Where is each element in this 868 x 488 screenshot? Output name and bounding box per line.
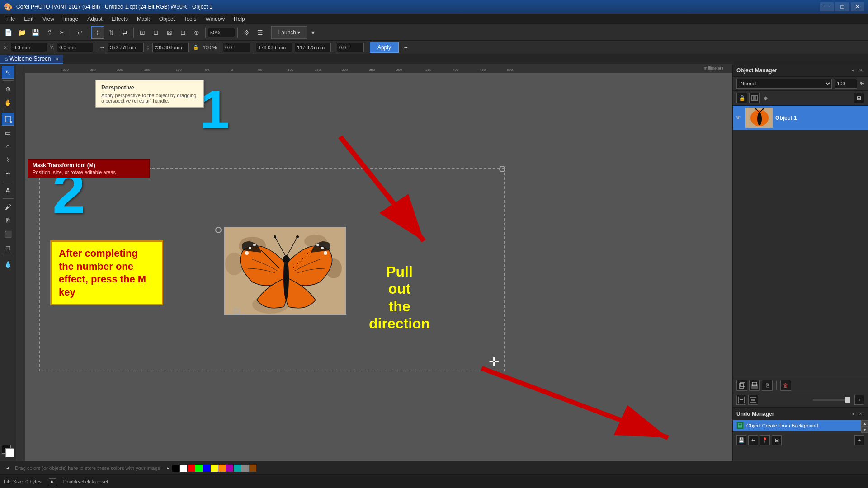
brush-tool-button[interactable]: 🖌: [2, 201, 14, 213]
rectangle-tool-button[interactable]: ▭: [2, 127, 14, 139]
merge-button[interactable]: ◆: [762, 93, 769, 103]
color-gray[interactable]: [241, 465, 249, 472]
delete-button[interactable]: 🗑: [780, 380, 791, 391]
pan-tool-button[interactable]: ✋: [2, 96, 14, 109]
lock-button[interactable]: 🔒: [736, 93, 747, 103]
object-row[interactable]: 👁 Object 1: [733, 106, 868, 130]
opacity-slider-thumb[interactable]: [845, 397, 850, 403]
duplicate-button[interactable]: ⎘: [762, 380, 773, 391]
canvas-area[interactable]: millimeters -300 -250 -200 -150 -100 -50…: [16, 64, 732, 461]
color-cyan[interactable]: [234, 465, 241, 472]
lock-aspect-button[interactable]: 🔒: [191, 41, 200, 54]
new-button[interactable]: 📄: [2, 26, 14, 39]
open-button[interactable]: 📁: [15, 26, 28, 39]
color-blue[interactable]: [203, 465, 210, 472]
close-tab-icon[interactable]: ✕: [55, 56, 59, 61]
undo-compare-button[interactable]: ⊞: [772, 435, 782, 445]
x-field[interactable]: [11, 43, 47, 52]
scroll-down-button[interactable]: ▼: [861, 427, 868, 433]
undo-save-button[interactable]: 💾: [736, 435, 746, 445]
panel-close-button[interactable]: ✕: [857, 67, 864, 74]
angle1-field[interactable]: [223, 43, 250, 52]
clone-tool-button[interactable]: ⎘: [2, 214, 14, 227]
palette-left-button[interactable]: ◂: [4, 465, 11, 472]
merge-visible-button[interactable]: [748, 395, 758, 405]
zoom-custom[interactable]: ⊡: [177, 26, 189, 39]
grid-view-button[interactable]: ⊞: [854, 93, 864, 103]
menu-tools[interactable]: Tools: [179, 15, 201, 23]
channel-button[interactable]: [749, 93, 760, 103]
zoom-field[interactable]: [208, 28, 235, 37]
from-bg-button[interactable]: [749, 380, 760, 391]
opacity-field[interactable]: [835, 79, 857, 89]
launch-button[interactable]: Launch ▾: [271, 26, 307, 39]
undo-panel-menu[interactable]: ◂: [849, 410, 856, 418]
zoom-fit-page[interactable]: ⊠: [163, 26, 176, 39]
angle2-field[interactable]: [337, 43, 364, 52]
eraser-tool-button[interactable]: ◻: [2, 241, 14, 254]
color-black[interactable]: [172, 465, 179, 472]
zoom-tool-button[interactable]: ⊕: [2, 83, 14, 95]
pen-tool-button[interactable]: ✒: [2, 167, 14, 180]
transform-handle-tr[interactable]: [499, 166, 505, 172]
undo-item[interactable]: Object Create From Background: [733, 420, 861, 431]
minimize-button[interactable]: —: [820, 2, 834, 11]
blend-mode-select[interactable]: Normal Multiply Screen Overlay: [736, 79, 832, 89]
color-purple[interactable]: [226, 465, 233, 472]
menu-help[interactable]: Help: [229, 15, 250, 23]
y-field[interactable]: [57, 43, 93, 52]
new-object-button[interactable]: [736, 380, 747, 391]
circle-tool-button[interactable]: ○: [2, 140, 14, 153]
height-field[interactable]: [152, 43, 189, 52]
add-object-bottom-button[interactable]: +: [854, 395, 864, 405]
flip-h-button[interactable]: ⇄: [118, 26, 131, 39]
apply-button[interactable]: Apply: [370, 42, 399, 53]
print-button[interactable]: 🖨: [42, 26, 55, 39]
undo-checkpoint-button[interactable]: 📍: [760, 435, 770, 445]
menu-mask[interactable]: Mask: [132, 15, 155, 23]
panel-menu-button[interactable]: ◂: [849, 67, 856, 74]
width-field[interactable]: [108, 43, 144, 52]
menu-view[interactable]: View: [38, 15, 59, 23]
color-green[interactable]: [195, 465, 203, 472]
cut-button[interactable]: ✂: [56, 26, 69, 39]
opacity-slider-track[interactable]: [813, 399, 849, 401]
zoom-to-fit[interactable]: ⊞: [136, 26, 149, 39]
menu-object[interactable]: Object: [155, 15, 179, 23]
crop-tool-button[interactable]: [2, 113, 14, 126]
color-swatch-area[interactable]: [2, 445, 14, 457]
fill-tool-button[interactable]: ⬛: [2, 228, 14, 240]
text-tool-button[interactable]: A: [2, 184, 14, 197]
undo-revert-button[interactable]: ↩: [748, 435, 758, 445]
add-button[interactable]: +: [401, 41, 410, 54]
launch-dropdown[interactable]: ▾: [308, 26, 317, 39]
zoom-fit-w[interactable]: ⊟: [150, 26, 162, 39]
palette-right-button[interactable]: ▸: [165, 465, 172, 472]
canvas-content[interactable]: 1 2 After completing the number one effe…: [25, 73, 732, 461]
lasso-tool-button[interactable]: ⌇: [2, 154, 14, 166]
options-button[interactable]: ☰: [254, 26, 266, 39]
transform-handle-bl[interactable]: [215, 227, 222, 233]
color-white[interactable]: [180, 465, 187, 472]
color-orange[interactable]: [218, 465, 226, 472]
undo-panel-close[interactable]: ✕: [857, 410, 864, 418]
undo-add-button[interactable]: +: [854, 435, 864, 445]
transform-handle-br[interactable]: [233, 308, 240, 314]
scroll-up-button[interactable]: ▲: [861, 420, 868, 427]
pos2-field[interactable]: [295, 43, 331, 52]
undo-scrollbar[interactable]: ▲ ▼: [861, 420, 868, 433]
settings-button[interactable]: ⚙: [240, 26, 253, 39]
color-brown[interactable]: [249, 465, 256, 472]
menu-edit[interactable]: Edit: [19, 15, 38, 23]
menu-effects[interactable]: Effects: [107, 15, 132, 23]
color-yellow[interactable]: [211, 465, 218, 472]
flip-v-button[interactable]: ⇅: [105, 26, 118, 39]
save-button[interactable]: 💾: [29, 26, 42, 39]
select-tool-button[interactable]: ↖: [2, 66, 14, 79]
color-red[interactable]: [188, 465, 195, 472]
pos1-field[interactable]: [256, 43, 292, 52]
menu-window[interactable]: Window: [201, 15, 229, 23]
close-button[interactable]: ✕: [851, 2, 864, 11]
transform-btn[interactable]: ⊹: [91, 26, 104, 39]
undo-button[interactable]: ↩: [74, 26, 86, 39]
